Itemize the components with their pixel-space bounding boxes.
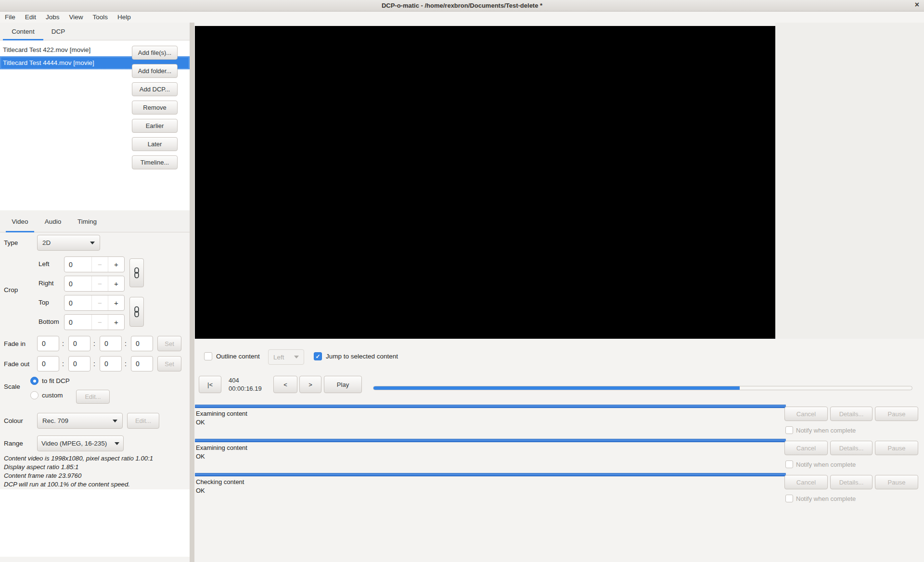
timeline-button[interactable]: Timeline... [132,155,178,169]
scale-edit-button[interactable]: Edit... [76,390,110,404]
jump-to-selected-checkbox[interactable]: ✓ [314,352,322,360]
minus-icon[interactable]: − [91,315,108,330]
link-left-right-button[interactable] [129,258,144,287]
tab-dcp[interactable]: DCP [44,23,72,40]
dropdown-arrow-icon [115,442,119,445]
job-pause-button[interactable]: Pause [875,407,918,421]
tab-audio[interactable]: Audio [40,211,65,232]
fade-out-field-1[interactable]: 0 [37,356,59,371]
scale-fit-radio[interactable] [30,377,38,385]
menu-view[interactable]: View [64,13,88,21]
fade-out-set-button[interactable]: Set [157,356,181,371]
add-folder-button[interactable]: Add folder... [132,64,178,78]
range-label: Range [4,440,23,447]
link-icon [134,306,140,318]
minus-icon[interactable]: − [91,276,108,291]
minus-icon[interactable]: − [91,295,108,310]
job-pause-button[interactable]: Pause [875,441,918,455]
job-pause-button[interactable]: Pause [875,475,918,489]
fade-in-field-1[interactable]: 0 [37,336,59,351]
seek-slider-fill [373,386,740,390]
menu-file[interactable]: File [0,13,20,21]
properties-panel-empty-area [0,489,190,557]
jump-to-selected-label: Jump to selected content [326,353,398,360]
fade-out-field-3[interactable]: 0 [100,356,122,371]
plus-icon[interactable]: + [108,315,124,330]
type-dropdown[interactable]: 2D [37,235,100,251]
range-dropdown[interactable]: Video (MPEG, 16-235) [37,435,124,451]
crop-right-spinner[interactable]: 0 − + [64,276,125,292]
plus-icon[interactable]: + [108,257,124,272]
outline-content-label: Outline content [216,353,260,360]
timecode: 00:00:16.19 [229,385,262,392]
crop-top-label: Top [38,299,49,306]
tab-content[interactable]: Content [3,23,43,40]
tab-timing[interactable]: Timing [73,211,101,232]
outline-position-dropdown[interactable]: Left [268,349,304,365]
add-files-button[interactable]: Add file(s)... [132,46,178,60]
menu-help[interactable]: Help [113,13,136,21]
check-icon: ✓ [315,354,320,359]
link-icon [134,267,140,279]
job-cancel-button[interactable]: Cancel [784,407,828,421]
fade-in-set-button[interactable]: Set [157,336,181,351]
job-details-button[interactable]: Details... [830,407,873,421]
menu-edit[interactable]: Edit [20,13,41,21]
notify-when-complete-label: Notify when complete [796,427,856,434]
fade-out-field-2[interactable]: 0 [68,356,90,371]
add-dcp-button[interactable]: Add DCP... [132,82,178,96]
plus-icon[interactable]: + [108,276,124,291]
preview-side-filler [775,23,924,339]
fade-out-label: Fade out [4,360,29,368]
info-line: Content frame rate 23.9760 [4,472,153,480]
crop-right-label: Right [38,280,54,287]
notify-when-complete-label: Notify when complete [796,461,856,468]
play-button[interactable]: Play [324,376,362,393]
close-icon[interactable]: × [915,0,919,9]
job-details-button[interactable]: Details... [830,441,873,455]
notify-when-complete-checkbox[interactable] [785,426,793,434]
fade-out-field-4[interactable]: 0 [131,356,153,371]
minus-icon[interactable]: − [91,257,108,272]
dropdown-arrow-icon [90,242,95,244]
outline-content-checkbox[interactable] [204,352,212,360]
crop-top-spinner[interactable]: 0 − + [64,295,125,311]
seek-slider-track[interactable] [373,386,912,390]
notify-when-complete-checkbox[interactable] [785,495,793,502]
notify-when-complete-label: Notify when complete [796,495,856,502]
plus-icon[interactable]: + [108,295,124,310]
go-to-start-button[interactable]: |< [199,376,221,393]
fade-in-field-3[interactable]: 0 [100,336,122,351]
menu-jobs[interactable]: Jobs [41,13,64,21]
frame-number: 404 [229,377,239,384]
job-details-button[interactable]: Details... [830,475,873,489]
scale-custom-radio[interactable] [30,391,38,399]
info-line: Display aspect ratio 1.85:1 [4,463,153,472]
crop-bottom-spinner[interactable]: 0 − + [64,314,125,330]
active-tab-underline [6,231,34,232]
scale-label: Scale [4,383,20,390]
step-back-button[interactable]: < [273,376,297,393]
colour-dropdown[interactable]: Rec. 709 [37,413,123,429]
app-window: DCP-o-matic - /home/rexbron/Documents/Te… [0,0,924,562]
job-cancel-button[interactable]: Cancel [784,475,828,489]
tab-video[interactable]: Video [6,211,34,232]
job-cancel-button[interactable]: Cancel [784,441,828,455]
menu-tools[interactable]: Tools [88,13,113,21]
panel-splitter[interactable] [190,23,194,562]
step-forward-button[interactable]: > [299,376,321,393]
colour-edit-button[interactable]: Edit... [127,413,159,429]
earlier-button[interactable]: Earlier [132,119,178,133]
notify-when-complete-checkbox[interactable] [785,460,793,468]
info-line: DCP will run at 100.1% of the content sp… [4,480,153,489]
window-title: DCP-o-matic - /home/rexbron/Documents/Te… [382,2,542,9]
remove-button[interactable]: Remove [132,101,178,115]
menubar: File Edit Jobs View Tools Help [0,12,924,23]
link-top-bottom-button[interactable] [129,297,144,327]
scale-custom-label: custom [42,392,63,399]
crop-left-spinner[interactable]: 0 − + [64,256,125,272]
later-button[interactable]: Later [132,137,178,151]
fade-in-field-4[interactable]: 0 [131,336,153,351]
job-progress-bar [195,439,786,442]
fade-in-field-2[interactable]: 0 [68,336,90,351]
